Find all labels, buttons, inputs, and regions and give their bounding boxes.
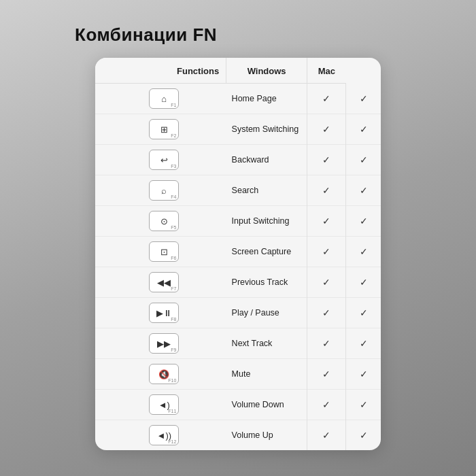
checkmark-mac: ✓ <box>360 369 368 379</box>
checkmark-mac: ✓ <box>360 399 368 410</box>
key-symbol: ◀◀ <box>157 277 171 288</box>
key-icon-cell: ▶▶ F9 <box>95 328 226 359</box>
key-icon: ⊡ F6 <box>149 241 179 262</box>
key-fn-label: F6 <box>171 256 176 260</box>
key-icon: ⌕ F4 <box>149 180 179 201</box>
mac-check: ✓ <box>346 84 381 114</box>
windows-check: ✓ <box>307 298 346 328</box>
function-name: Volume Up <box>226 420 307 451</box>
checkmark-windows: ✓ <box>322 369 330 379</box>
page-title: Комбинации FN <box>0 0 476 58</box>
key-fn-label: F1 <box>171 103 176 107</box>
key-icon: 🔇 F10 <box>149 364 179 384</box>
function-name: Mute <box>226 359 307 390</box>
table-row: ⊡ F6 Screen Capture ✓ ✓ <box>95 237 381 267</box>
key-icon: ◄)) F12 <box>149 425 179 445</box>
key-icon-cell: 🔇 F10 <box>95 359 226 390</box>
mac-check: ✓ <box>346 206 381 237</box>
key-icon-cell: ⊡ F6 <box>95 237 226 267</box>
checkmark-mac: ✓ <box>360 216 368 226</box>
table-row: ↩ F3 Backward ✓ ✓ <box>95 145 381 175</box>
table-row: ◄) F11 Volume Down ✓ ✓ <box>95 390 381 420</box>
key-icon: ◀◀ F7 <box>149 272 179 292</box>
key-fn-label: F12 <box>168 439 176 444</box>
function-name: Home Page <box>226 84 307 114</box>
col-header-functions: Functions <box>95 58 226 84</box>
checkmark-mac: ✓ <box>360 93 368 104</box>
key-icon: ⊙ F5 <box>149 211 179 231</box>
checkmark-mac: ✓ <box>360 154 368 165</box>
key-fn-label: F3 <box>171 164 176 169</box>
mac-check: ✓ <box>346 298 381 328</box>
windows-check: ✓ <box>307 390 346 420</box>
checkmark-mac: ✓ <box>360 307 368 318</box>
windows-check: ✓ <box>307 359 346 390</box>
mac-check: ✓ <box>346 420 381 451</box>
windows-check: ✓ <box>307 206 346 237</box>
key-icon: ⌂ F1 <box>149 88 179 109</box>
key-fn-label: F8 <box>171 317 176 322</box>
windows-check: ✓ <box>307 175 346 206</box>
mac-check: ✓ <box>346 237 381 267</box>
windows-check: ✓ <box>307 84 346 114</box>
checkmark-mac: ✓ <box>360 246 368 257</box>
col-header-windows: Windows <box>226 58 307 84</box>
key-fn-label: F10 <box>168 378 176 383</box>
checkmark-windows: ✓ <box>322 246 330 257</box>
key-icon-cell: ⊙ F5 <box>95 206 226 237</box>
checkmark-mac: ✓ <box>360 277 368 288</box>
key-icon: ▶⏸ F8 <box>149 303 179 323</box>
function-name: Next Track <box>226 328 307 359</box>
mac-check: ✓ <box>346 267 381 298</box>
function-name: Previous Track <box>226 267 307 298</box>
windows-check: ✓ <box>307 328 346 359</box>
function-name: Backward <box>226 145 307 175</box>
table-row: ⊞ F2 System Switching ✓ ✓ <box>95 114 381 145</box>
col-header-mac: Mac <box>307 58 346 84</box>
mac-check: ✓ <box>346 145 381 175</box>
checkmark-windows: ✓ <box>322 399 330 410</box>
checkmark-windows: ✓ <box>322 124 330 135</box>
checkmark-mac: ✓ <box>360 185 368 196</box>
key-fn-label: F2 <box>171 133 176 138</box>
mac-check: ✓ <box>346 114 381 145</box>
key-fn-label: F7 <box>171 286 176 291</box>
checkmark-windows: ✓ <box>322 216 330 226</box>
function-name: Input Switching <box>226 206 307 237</box>
key-icon-cell: ↩ F3 <box>95 145 226 175</box>
checkmark-windows: ✓ <box>322 338 330 349</box>
mac-check: ✓ <box>346 390 381 420</box>
fn-table-card: Functions Windows Mac ⌂ F1 Home Page ✓ ✓ <box>95 58 381 450</box>
checkmark-windows: ✓ <box>322 307 330 318</box>
windows-check: ✓ <box>307 114 346 145</box>
function-name: Play / Pause <box>226 298 307 328</box>
key-icon: ⊞ F2 <box>149 119 179 139</box>
checkmark-windows: ✓ <box>322 93 330 104</box>
fn-table: Functions Windows Mac ⌂ F1 Home Page ✓ ✓ <box>95 58 381 450</box>
mac-check: ✓ <box>346 175 381 206</box>
key-symbol: ⌕ <box>161 186 167 196</box>
table-row: ◄)) F12 Volume Up ✓ ✓ <box>95 420 381 451</box>
key-icon-cell: ◄) F11 <box>95 390 226 420</box>
checkmark-windows: ✓ <box>322 154 330 165</box>
table-row: 🔇 F10 Mute ✓ ✓ <box>95 359 381 390</box>
table-row: ⌂ F1 Home Page ✓ ✓ <box>95 84 381 114</box>
key-fn-label: F5 <box>171 225 176 230</box>
function-name: Search <box>226 175 307 206</box>
table-row: ◀◀ F7 Previous Track ✓ ✓ <box>95 267 381 298</box>
checkmark-mac: ✓ <box>360 430 368 441</box>
checkmark-windows: ✓ <box>322 185 330 196</box>
mac-check: ✓ <box>346 359 381 390</box>
windows-check: ✓ <box>307 145 346 175</box>
key-icon: ▶▶ F9 <box>149 333 179 354</box>
table-row: ⌕ F4 Search ✓ ✓ <box>95 175 381 206</box>
checkmark-windows: ✓ <box>322 277 330 288</box>
key-symbol: ⊙ <box>160 216 168 226</box>
table-row: ⊙ F5 Input Switching ✓ ✓ <box>95 206 381 237</box>
key-fn-label: F4 <box>171 194 176 199</box>
key-symbol: ⊡ <box>160 247 168 257</box>
key-icon-cell: ◀◀ F7 <box>95 267 226 298</box>
function-name: Screen Capture <box>226 237 307 267</box>
table-row: ▶▶ F9 Next Track ✓ ✓ <box>95 328 381 359</box>
function-name: Volume Down <box>226 390 307 420</box>
